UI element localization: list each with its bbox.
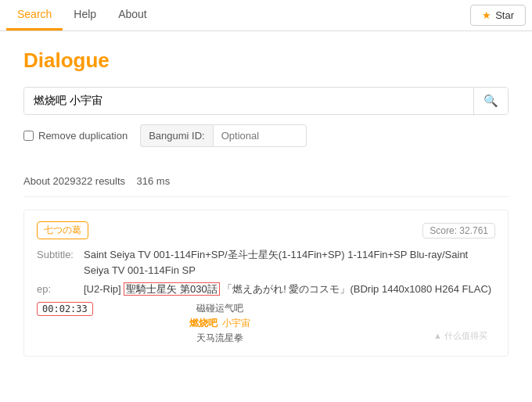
subtitle-label: Subtitle: bbox=[37, 247, 84, 278]
results-meta: About 2029322 results 316 ms bbox=[23, 175, 509, 197]
page-title: Dialogue bbox=[23, 48, 509, 73]
ep-highlight: 聖騎士星矢 第030話 bbox=[124, 282, 219, 296]
remove-duplication-text: Remove duplication bbox=[38, 130, 128, 142]
bangumi-id-row: Bangumi ID: bbox=[140, 124, 307, 147]
card-tag: 七つの葛 bbox=[37, 221, 88, 239]
star-icon: ★ bbox=[482, 9, 491, 21]
ep-suffix: 「燃えあがれ! 愛のコスモ」(BDrip 1440x1080 H264 FLAC… bbox=[222, 283, 491, 295]
bangumi-id-label: Bangumi ID: bbox=[140, 124, 213, 147]
tag-orange-1: 燃烧吧 小宇宙 bbox=[189, 317, 250, 330]
tag-orange-bold: 燃烧吧 bbox=[189, 317, 217, 330]
tab-about[interactable]: About bbox=[107, 0, 158, 31]
results-count: About 2029322 results bbox=[23, 175, 125, 187]
nav-spacer bbox=[158, 0, 470, 31]
search-input[interactable] bbox=[24, 88, 473, 113]
tag-orange: 小宇宙 bbox=[222, 317, 250, 330]
remove-duplication-label[interactable]: Remove duplication bbox=[23, 130, 128, 142]
search-icon: 🔍 bbox=[483, 94, 498, 107]
ep-label: ep: bbox=[37, 282, 84, 297]
ep-value: [U2-Rip] 聖騎士星矢 第030話 「燃えあがれ! 愛のコスモ」(BDri… bbox=[84, 282, 491, 297]
watermark: ▲ 什么值得买 bbox=[433, 330, 487, 342]
remove-duplication-checkbox[interactable] bbox=[23, 131, 34, 141]
results-time: 316 ms bbox=[137, 175, 171, 187]
time-badge: 00:02:33 bbox=[37, 302, 93, 316]
card-header: 七つの葛 Score: 32.761 bbox=[37, 221, 495, 239]
tab-search[interactable]: Search bbox=[6, 0, 63, 31]
card-footer: 00:02:33 磁碰运气吧 燃烧吧 小宇宙 天马流星拳 ▲ 什么值得买 bbox=[37, 302, 495, 345]
ep-prefix: [U2-Rip] bbox=[84, 283, 121, 295]
tab-help[interactable]: Help bbox=[63, 0, 107, 31]
star-label: Star bbox=[495, 9, 514, 21]
card-score: Score: 32.761 bbox=[422, 223, 495, 239]
ep-row: ep: [U2-Rip] 聖騎士星矢 第030話 「燃えあがれ! 愛のコスモ」(… bbox=[37, 282, 495, 297]
search-area: Dialogue 🔍 Remove duplication Bangumi ID… bbox=[0, 31, 532, 163]
search-input-row: 🔍 bbox=[23, 87, 509, 115]
subtitle-row: Subtitle: Saint Seiya TV 001-114Fin+SP/圣… bbox=[37, 247, 495, 278]
star-button[interactable]: ★ Star bbox=[470, 5, 526, 26]
options-row: Remove duplication Bangumi ID: bbox=[23, 124, 509, 147]
card-body: Subtitle: Saint Seiya TV 001-114Fin+SP/圣… bbox=[37, 247, 495, 345]
results-area: About 2029322 results 316 ms 七つの葛 Score:… bbox=[0, 163, 532, 380]
search-button[interactable]: 🔍 bbox=[473, 88, 508, 114]
bangumi-id-input[interactable] bbox=[213, 124, 307, 147]
result-card: 七つの葛 Score: 32.761 Subtitle: Saint Seiya… bbox=[23, 210, 509, 357]
tag-plain-1: 磁碰运气吧 bbox=[189, 302, 250, 315]
subtitle-value: Saint Seiya TV 001-114Fin+SP/圣斗士星矢(1-114… bbox=[84, 247, 495, 278]
tag-plain-2: 天马流星拳 bbox=[189, 332, 250, 345]
nav-bar: Search Help About ★ Star bbox=[0, 0, 532, 31]
